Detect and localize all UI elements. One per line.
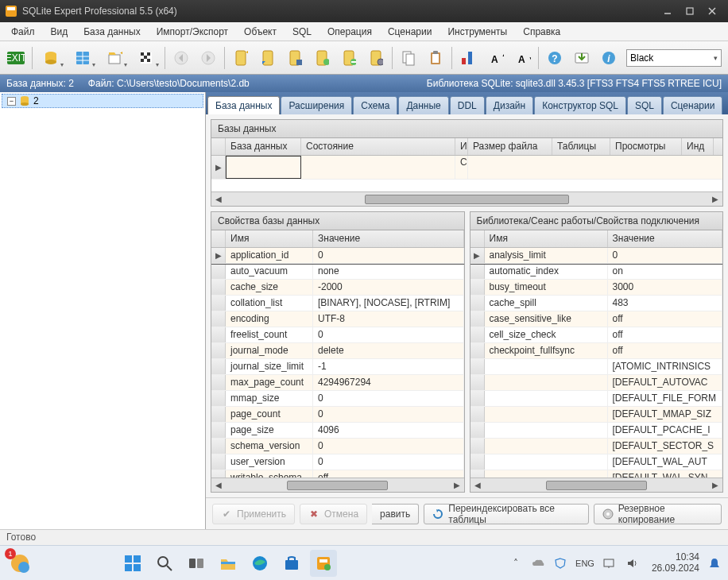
table-row[interactable]: collation_list[BINARY], [NOCASE], [RTRIM…: [211, 296, 464, 311]
menu-item[interactable]: Файл: [3, 24, 43, 40]
table-row[interactable]: [DEFAULT_AUTOVAC: [470, 375, 723, 391]
tab[interactable]: Данные: [398, 96, 448, 114]
repair-button-partial[interactable]: равить: [372, 504, 419, 524]
table-row[interactable]: [DEFAULT_MMAP_SIZ: [470, 407, 723, 423]
explorer-button[interactable]: [215, 550, 242, 577]
table-row[interactable]: [DEFAULT_SECTOR_S: [470, 439, 723, 454]
docs-button[interactable]: [396, 45, 421, 71]
menu-item[interactable]: Вид: [43, 24, 76, 40]
table-row[interactable]: cell_size_checkoff: [470, 327, 723, 343]
backup-button[interactable]: Резервное копирование: [594, 504, 722, 524]
edge-button[interactable]: [246, 550, 273, 577]
menu-item[interactable]: Операция: [319, 24, 380, 40]
font-decrease-button[interactable]: A▼: [509, 45, 535, 71]
horizontal-scrollbar[interactable]: ◀▶: [470, 478, 723, 492]
update-button[interactable]: [569, 45, 594, 71]
theme-color-select[interactable]: Black: [626, 49, 722, 67]
horizontal-scrollbar[interactable]: ◀▶: [211, 191, 722, 206]
notifications-icon[interactable]: [707, 556, 722, 570]
tab[interactable]: Конструктор SQL: [534, 96, 626, 114]
col-header[interactable]: Имя: [455, 138, 468, 155]
info-button[interactable]: i: [596, 45, 622, 71]
scroll-right-icon[interactable]: ▶: [708, 195, 722, 203]
menu-item[interactable]: Импорт/Экспорт: [149, 24, 236, 40]
table-row[interactable]: [DEFAULT_WAL_AUT: [470, 454, 723, 470]
script-save-button[interactable]: [282, 45, 308, 71]
table-row[interactable]: cache_size-2000: [211, 280, 464, 296]
close-button[interactable]: [701, 3, 723, 19]
tab[interactable]: Сценарии: [663, 96, 722, 114]
maximize-button[interactable]: [679, 3, 701, 19]
start-button[interactable]: [119, 550, 146, 577]
table-row[interactable]: [DEFAULT_WAL_SYN: [470, 470, 723, 478]
table-row[interactable]: journal_modedelete: [211, 343, 464, 359]
taskbar-clock[interactable]: 10:34 26.09.2024: [652, 552, 699, 573]
scroll-thumb[interactable]: [287, 481, 388, 490]
menu-item[interactable]: SQL: [285, 24, 319, 40]
table-row[interactable]: page_count0: [211, 407, 464, 423]
paste-button[interactable]: [423, 45, 448, 71]
menu-item[interactable]: Справка: [515, 24, 568, 40]
chevron-up-icon[interactable]: ˄: [509, 556, 523, 570]
table-row[interactable]: [ATOMIC_INTRINSICS: [470, 359, 723, 375]
exit-button[interactable]: EXIT: [3, 45, 29, 71]
col-header[interactable]: Инд: [682, 138, 714, 155]
store-button[interactable]: [278, 550, 305, 577]
tab[interactable]: Расширения: [281, 96, 352, 114]
table-row[interactable]: mmap_size0: [211, 391, 464, 407]
minus-icon[interactable]: −: [7, 97, 16, 106]
scroll-thumb[interactable]: [365, 195, 569, 204]
menu-item[interactable]: Объект: [236, 24, 285, 40]
tab[interactable]: DDL: [450, 96, 485, 114]
onedrive-icon[interactable]: [531, 556, 545, 570]
tree-item-db[interactable]: − 2: [2, 94, 203, 108]
script-settings-button[interactable]: [363, 45, 389, 71]
table-row[interactable]: busy_timeout3000: [470, 280, 723, 296]
cell-db-name[interactable]: [226, 156, 301, 179]
col-header[interactable]: Таблицы: [552, 138, 610, 155]
menu-item[interactable]: Инструменты: [440, 24, 515, 40]
volume-icon[interactable]: [625, 556, 639, 570]
session-grid[interactable]: Имя Значение ▶analysis_limit0automatic_i…: [470, 230, 723, 478]
defender-icon[interactable]: [553, 556, 567, 570]
app-taskbar-button[interactable]: [310, 550, 337, 577]
taskview-button[interactable]: [183, 550, 210, 577]
reindex-button[interactable]: Переиндексировать все таблицы: [424, 504, 588, 524]
col-header[interactable]: База данных: [226, 138, 301, 155]
scroll-left-icon[interactable]: ◀: [211, 481, 226, 489]
font-increase-button[interactable]: A▲: [482, 45, 508, 71]
menu-item[interactable]: Сценарии: [380, 24, 440, 40]
script-edit-button[interactable]: [309, 45, 335, 71]
col-header-name[interactable]: Имя: [485, 230, 608, 247]
next-button[interactable]: [196, 45, 221, 71]
search-button[interactable]: [151, 550, 178, 577]
table-row[interactable]: ▶application_id0: [211, 248, 464, 264]
table-row[interactable]: user_version0: [211, 454, 464, 470]
prev-button[interactable]: [168, 45, 194, 71]
database-tree-sidebar[interactable]: − 2: [0, 92, 206, 529]
table-row[interactable]: ▶ C:\U: [211, 156, 722, 180]
language-indicator[interactable]: ENG: [575, 556, 594, 570]
scroll-right-icon[interactable]: ▶: [708, 481, 722, 489]
horizontal-scrollbar[interactable]: ◀▶: [211, 478, 464, 492]
apply-button[interactable]: ✔Применить: [212, 504, 295, 524]
col-header-name[interactable]: Имя: [226, 230, 313, 247]
tab[interactable]: Дизайн: [486, 96, 533, 114]
table-row[interactable]: case_sensitive_likeoff: [470, 311, 723, 327]
finish-flag-button[interactable]: [131, 45, 161, 71]
scroll-right-icon[interactable]: ▶: [450, 481, 464, 489]
databases-grid[interactable]: База данныхСостояниеИмяРазмер файлаТабли…: [211, 138, 722, 191]
table-row[interactable]: max_page_count4294967294: [211, 375, 464, 391]
table-row[interactable]: journal_size_limit-1: [211, 359, 464, 375]
scroll-left-icon[interactable]: ◀: [211, 195, 226, 203]
table-row[interactable]: [DEFAULT_FILE_FORM: [470, 391, 723, 407]
script-new-button[interactable]: ✦: [228, 45, 254, 71]
table-row[interactable]: checkpoint_fullfsyncoff: [470, 343, 723, 359]
cancel-button[interactable]: ✖Отмена: [300, 504, 367, 524]
table-row[interactable]: ▶analysis_limit0: [470, 248, 723, 264]
database-open-button[interactable]: [36, 45, 66, 71]
tab[interactable]: Схема: [353, 96, 397, 114]
table-row[interactable]: schema_version0: [211, 439, 464, 454]
col-header[interactable]: Просмотры: [610, 138, 682, 155]
minimize-button[interactable]: [656, 3, 679, 19]
